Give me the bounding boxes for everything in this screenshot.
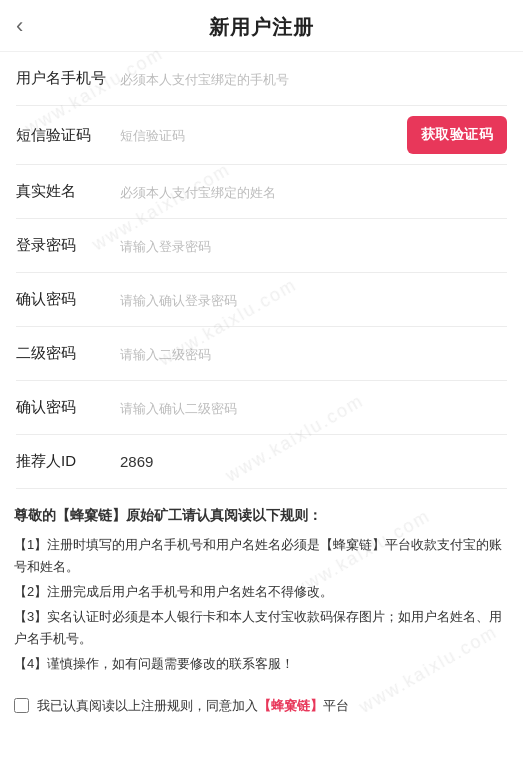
- notice-item-2: 【2】注册完成后用户名手机号和用户名姓名不得修改。: [14, 581, 509, 603]
- username-phone-label: 用户名手机号: [16, 69, 116, 88]
- login-password-row: 登录密码: [16, 219, 507, 273]
- platform-link[interactable]: 【蜂窠链】: [258, 698, 323, 713]
- real-name-label: 真实姓名: [16, 182, 116, 201]
- registration-form: 用户名手机号 短信验证码 获取验证码 真实姓名 登录密码 确认密码 二级密码 确…: [0, 52, 523, 489]
- sms-label: 短信验证码: [16, 126, 116, 145]
- secondary-password-label: 二级密码: [16, 344, 116, 363]
- page-title: 新用户注册: [209, 14, 314, 41]
- agree-text-before: 我已认真阅读以上注册规则，同意加入: [37, 698, 258, 713]
- agree-checkbox[interactable]: [14, 698, 29, 713]
- login-password-input[interactable]: [116, 236, 507, 256]
- notice-item-4: 【4】谨慎操作，如有问题需要修改的联系客服！: [14, 653, 509, 675]
- back-button[interactable]: ‹: [16, 15, 23, 37]
- referral-id-row: 推荐人ID 2869: [16, 435, 507, 489]
- agree-text-after: 平台: [323, 698, 349, 713]
- username-phone-row: 用户名手机号: [16, 52, 507, 106]
- confirm-login-password-label: 确认密码: [16, 290, 116, 309]
- confirm-secondary-password-row: 确认密码: [16, 381, 507, 435]
- agree-text: 我已认真阅读以上注册规则，同意加入【蜂窠链】平台: [37, 697, 509, 715]
- notice-title: 尊敬的【蜂窠链】原始矿工请认真阅读以下规则：: [14, 505, 509, 528]
- notice-item-3: 【3】实名认证时必须是本人银行卡和本人支付宝收款码保存图片；如用户名姓名、用户名…: [14, 606, 509, 650]
- confirm-secondary-password-label: 确认密码: [16, 398, 116, 417]
- secondary-password-input[interactable]: [116, 344, 507, 364]
- real-name-row: 真实姓名: [16, 165, 507, 219]
- sms-input[interactable]: [116, 125, 407, 145]
- referral-id-value: 2869: [116, 451, 157, 472]
- real-name-input[interactable]: [116, 182, 507, 202]
- sms-code-row: 短信验证码 获取验证码: [16, 106, 507, 165]
- referral-id-label: 推荐人ID: [16, 452, 116, 471]
- confirm-login-password-row: 确认密码: [16, 273, 507, 327]
- get-sms-button[interactable]: 获取验证码: [407, 116, 508, 154]
- agree-row: 我已认真阅读以上注册规则，同意加入【蜂窠链】平台: [0, 689, 523, 729]
- confirm-login-password-input[interactable]: [116, 290, 507, 310]
- notice-section: 尊敬的【蜂窠链】原始矿工请认真阅读以下规则： 【1】注册时填写的用户名手机号和用…: [0, 489, 523, 689]
- username-phone-input[interactable]: [116, 69, 507, 89]
- login-password-label: 登录密码: [16, 236, 116, 255]
- secondary-password-row: 二级密码: [16, 327, 507, 381]
- confirm-secondary-password-input[interactable]: [116, 398, 507, 418]
- notice-item-1: 【1】注册时填写的用户名手机号和用户名姓名必须是【蜂窠链】平台收款支付宝的账号和…: [14, 534, 509, 578]
- header: ‹ 新用户注册: [0, 0, 523, 52]
